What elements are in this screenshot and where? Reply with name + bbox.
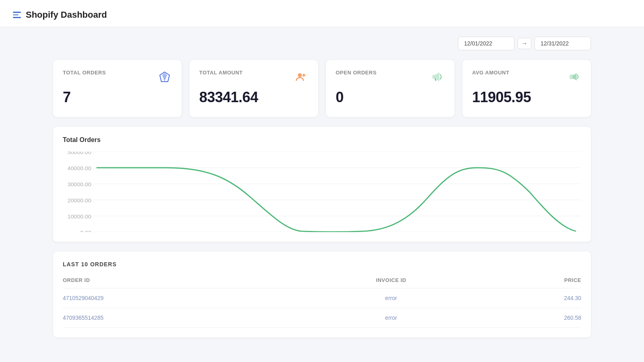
svg-marker-2 (162, 74, 167, 82)
stat-value-open-orders: 0 (336, 89, 445, 106)
megaphone-icon (430, 70, 445, 84)
svg-text:50000.00: 50000.00 (68, 152, 91, 155)
cell-order-id: 4710529040429 (63, 288, 302, 308)
col-header-price: PRICE (480, 277, 581, 288)
col-header-order-id: ORDER ID (63, 277, 302, 288)
stat-label-total-amount: TOTAL AMOUNT (199, 70, 243, 76)
svg-text:0.00: 0.00 (80, 230, 91, 232)
cell-order-id: 4709365514285 (63, 308, 302, 328)
chart-svg: 50000.00 40000.00 30000.00 20000.00 1000… (63, 152, 581, 232)
stat-card-open-orders: OPEN ORDERS 0 (326, 60, 454, 117)
date-range-container: → (53, 37, 591, 50)
svg-text:40000.00: 40000.00 (68, 165, 91, 171)
col-header-invoice-id: INVOICE ID (302, 277, 480, 288)
chart-card: Total Orders 50000.00 40000.00 30000.00 … (53, 127, 591, 242)
stat-card-total-amount: TOTAL AMOUNT 83341.64 (190, 60, 318, 117)
stat-label-open-orders: OPEN ORDERS (336, 70, 377, 76)
svg-text:10000.00: 10000.00 (68, 214, 91, 219)
cell-invoice-id: error (302, 288, 480, 308)
svg-point-3 (298, 73, 302, 77)
date-arrow-icon: → (518, 38, 531, 49)
user-plus-icon (294, 70, 308, 84)
chart-container: 50000.00 40000.00 30000.00 20000.00 1000… (63, 152, 581, 232)
header: Shopify Dashboard (0, 0, 644, 27)
diamond-icon (157, 70, 172, 84)
cell-invoice-id: error (302, 308, 480, 328)
stat-value-total-orders: 7 (63, 89, 172, 106)
stat-card-total-orders: TOTAL ORDERS 7 (53, 60, 182, 117)
orders-title: LAST 10 ORDERS (63, 261, 581, 267)
chart-title: Total Orders (63, 136, 581, 144)
orders-card: LAST 10 ORDERS ORDER ID INVOICE ID PRICE… (53, 251, 591, 337)
orders-table: ORDER ID INVOICE ID PRICE 4710529040429e… (63, 277, 581, 328)
stat-label-avg-amount: AVG AMOUNT (472, 70, 509, 76)
svg-rect-6 (570, 75, 573, 79)
stat-value-total-amount: 83341.64 (199, 89, 308, 106)
stats-grid: TOTAL ORDERS 7 TOTAL AMOUNT (53, 60, 591, 117)
cell-price: 244.30 (480, 288, 581, 308)
speaker-icon (567, 70, 581, 84)
stat-label-total-orders: TOTAL ORDERS (63, 70, 106, 76)
page-title: Shopify Dashboard (26, 10, 107, 20)
stat-value-avg-amount: 11905.95 (472, 89, 581, 106)
svg-text:20000.00: 20000.00 (68, 197, 91, 203)
cell-price: 260.58 (480, 308, 581, 328)
table-header-row: ORDER ID INVOICE ID PRICE (63, 277, 581, 288)
start-date-input[interactable] (458, 37, 514, 50)
end-date-input[interactable] (535, 37, 591, 50)
table-row: 4709365514285error260.58 (63, 308, 581, 328)
menu-icon[interactable] (13, 12, 21, 18)
svg-text:30000.00: 30000.00 (68, 181, 91, 187)
stat-card-avg-amount: AVG AMOUNT 11905.95 (462, 60, 591, 117)
table-row: 4710529040429error244.30 (63, 288, 581, 308)
